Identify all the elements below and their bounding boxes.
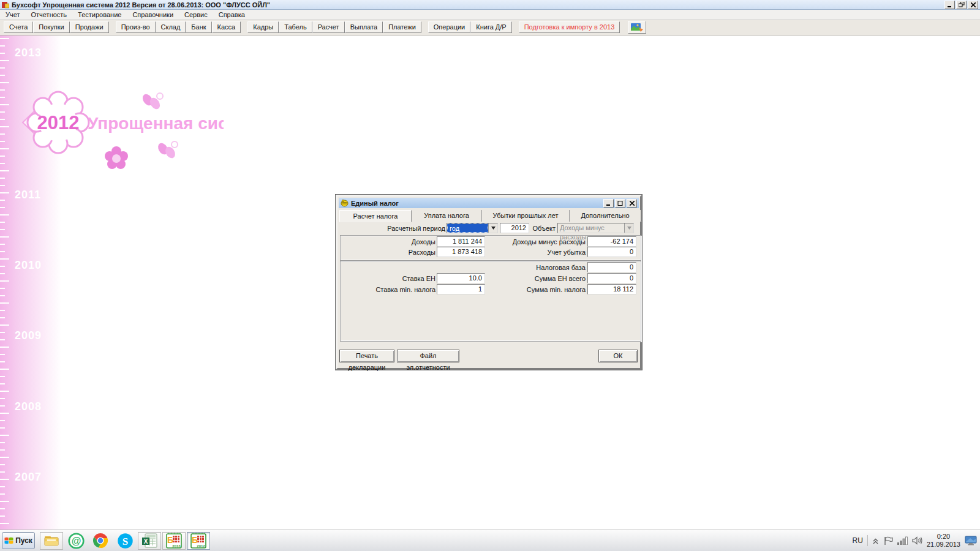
taskbar-excel-button[interactable]: X (138, 532, 161, 550)
svg-text:X: X (144, 538, 148, 545)
system-tray: RU 0:20 21.09.2013 (853, 533, 978, 549)
hidden-icons-chevron-icon[interactable] (872, 537, 879, 544)
ruler-year-2007: 2007 (15, 471, 42, 484)
stavka-en-label: Ставка ЕН (342, 274, 435, 283)
toolbar-sklad[interactable]: Склад (156, 21, 186, 33)
nalogovaya-baza-field[interactable]: 0 (587, 262, 636, 272)
desktop: { "app": { "title": "Бухсофт Упрощенная … (0, 0, 980, 551)
tab-uplata-naloga[interactable]: Уплата налога (412, 210, 482, 222)
dialog-maximize-button[interactable] (615, 199, 625, 208)
toolbar: Счета Покупки Продажи Произ-во Склад Бан… (0, 20, 980, 36)
taskbar-mailru-agent-button[interactable]: @ (64, 532, 88, 550)
action-center-flag-icon[interactable] (883, 536, 893, 545)
summa-en-label: Сумма ЕН всего (491, 274, 586, 283)
toolbar-pokupki[interactable]: Покупки (33, 21, 69, 33)
toolbar-kadry[interactable]: Кадры (247, 21, 279, 33)
dialog-title: Единый налог (351, 200, 399, 207)
toolbar-kassa[interactable]: Касса (212, 21, 241, 33)
object-label: Объект (521, 223, 556, 233)
rashody-field[interactable]: 1 873 418 (437, 247, 485, 257)
tray-time: 0:20 (927, 533, 960, 541)
summa-en-field[interactable]: 0 (587, 273, 636, 283)
buhsoft-2012-icon: Б 2012 (190, 533, 206, 549)
toolbar-kniga-dr[interactable]: Книга Д/Р (470, 21, 511, 33)
stavka-min-field[interactable]: 1 (437, 284, 485, 294)
dialog-tabstrip: Расчет налога Уплата налога Убытки прошл… (339, 210, 642, 222)
buhsoft-2012-year: 2012 (197, 544, 205, 548)
toolbar-raschet[interactable]: Расчет (312, 21, 345, 33)
taskbar-buhsoft-2012-button[interactable]: Б 2012 (187, 532, 210, 550)
dialog-close-button[interactable] (627, 199, 637, 208)
start-button[interactable]: Пуск (2, 532, 35, 549)
menu-otchetnost[interactable]: Отчетность (26, 10, 73, 20)
taskbar-chrome-button[interactable] (89, 532, 112, 550)
close-button[interactable] (968, 1, 978, 9)
logo-title: Упрощенная система (88, 114, 224, 133)
dohody-minus-rashody-label: Доходы минус расходы (491, 237, 586, 247)
minimize-button[interactable] (944, 1, 955, 9)
ruler-ticks-long (0, 38, 9, 528)
toolbar-picture-button[interactable] (628, 21, 646, 34)
dohody-field[interactable]: 1 811 244 (437, 236, 485, 247)
dialog-titlebar[interactable]: Единый налог (339, 198, 639, 208)
svg-text:S: S (122, 535, 127, 547)
butterfly-icon-2 (156, 141, 178, 160)
taskbar: Пуск @ (0, 530, 980, 551)
print-declaration-button[interactable]: Печать декларации (339, 350, 394, 362)
taskbar-skype-button[interactable]: S (113, 532, 137, 550)
menu-spravka[interactable]: Справка (213, 10, 251, 20)
menu-servis[interactable]: Сервис (179, 10, 213, 20)
toolbar-scheta[interactable]: Счета (4, 21, 33, 33)
mailru-agent-icon: @ (68, 533, 85, 549)
stavka-en-field[interactable]: 10.0 (437, 273, 485, 283)
dialog-minimize-button[interactable] (603, 199, 614, 208)
menu-bar: Учет Отчетность Тестирование Справочники… (0, 10, 980, 20)
toolbar-operacii[interactable]: Операции (428, 21, 470, 33)
tab-ubytki-proshlyh-let[interactable]: Убытки прошлых лет (482, 210, 570, 222)
toolbar-bank[interactable]: Банк (186, 21, 211, 33)
menu-testirovanie[interactable]: Тестирование (72, 10, 127, 20)
toolbar-proizvo[interactable]: Произ-во (116, 21, 156, 33)
main-window-title: Бухсофт Упрощенная система 2012 Версия о… (12, 1, 270, 9)
speaker-volume-icon[interactable] (912, 536, 922, 545)
buhsoft-2013-year: 2013 (172, 544, 181, 548)
nalogovaya-baza-label: Налоговая база (491, 263, 586, 272)
tab-dopolnitelno[interactable]: Дополнительно (570, 210, 641, 222)
network-signal-icon[interactable] (897, 536, 908, 545)
object-combobox[interactable]: Доходы минус расходы (557, 223, 634, 233)
taskbar-explorer-button[interactable] (40, 532, 63, 550)
uchet-ubytka-label: Учет убытка (491, 247, 586, 257)
display-monitor-icon[interactable] (965, 536, 977, 545)
dohody-minus-rashody-field[interactable]: -62 174 (587, 236, 636, 247)
ruler-year-2010: 2010 (15, 259, 42, 272)
ruler-year-2008: 2008 (15, 400, 42, 413)
buhsoft-2013-icon: Б 2013 (166, 533, 182, 549)
summa-min-field[interactable]: 18 112 (587, 284, 636, 294)
toolbar-vyplata[interactable]: Выплата (345, 21, 383, 33)
toolbar-import-2013-button[interactable]: Подготовка к импорту в 2013 (519, 21, 620, 33)
brand-logo: 2012 Упрощенная система (15, 88, 224, 204)
ruler-year-2013: 2013 (15, 47, 42, 59)
main-window-titlebar: Бухсофт Упрощенная система 2012 Версия о… (0, 0, 980, 10)
restore-button[interactable] (956, 1, 967, 9)
toolbar-tabel[interactable]: Табель (279, 21, 312, 33)
uchet-ubytka-field[interactable]: 0 (587, 247, 636, 257)
logo-year: 2012 (37, 112, 80, 133)
period-combobox[interactable]: год (447, 223, 498, 233)
dialog-icon (341, 199, 349, 207)
toolbar-prodazhi[interactable]: Продажи (70, 21, 109, 33)
svg-text:@: @ (71, 536, 81, 546)
tab-raschet-naloga[interactable]: Расчет налога (339, 210, 412, 222)
menu-spravochniki[interactable]: Справочники (127, 10, 179, 20)
chevron-down-icon[interactable] (488, 223, 497, 233)
chrome-icon (92, 533, 108, 549)
tray-clock[interactable]: 0:20 21.09.2013 (927, 533, 960, 549)
menu-uchet[interactable]: Учет (0, 10, 26, 20)
ok-button[interactable]: ОК (598, 350, 638, 362)
file-ereporting-button[interactable]: Файл эл.отчетности (397, 350, 459, 362)
skype-icon: S (117, 533, 134, 549)
taskbar-buhsoft-2013-button[interactable]: Б 2013 (162, 532, 186, 550)
language-indicator[interactable]: RU (853, 536, 863, 545)
rashody-label: Расходы (342, 247, 435, 257)
toolbar-platezhi[interactable]: Платежи (383, 21, 421, 33)
